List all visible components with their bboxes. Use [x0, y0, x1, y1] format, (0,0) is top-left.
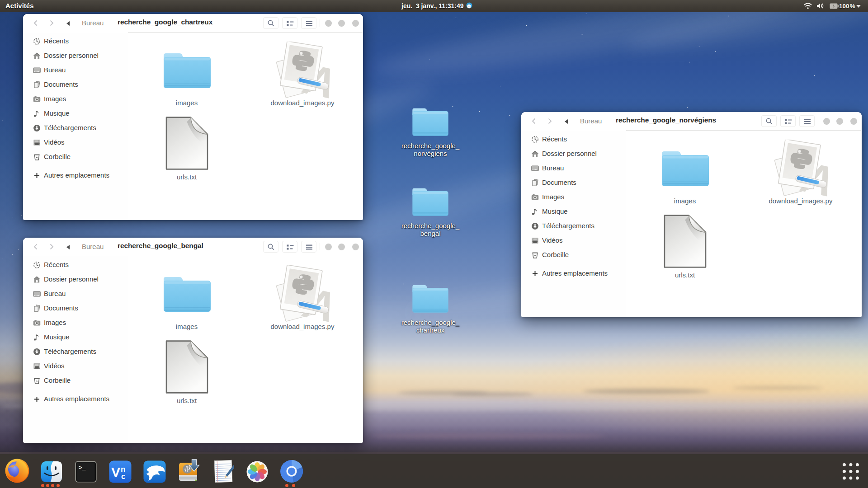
svg-text:V: V	[111, 465, 120, 479]
svg-text:c: c	[121, 472, 125, 481]
svg-text:>_: >_	[79, 465, 86, 471]
